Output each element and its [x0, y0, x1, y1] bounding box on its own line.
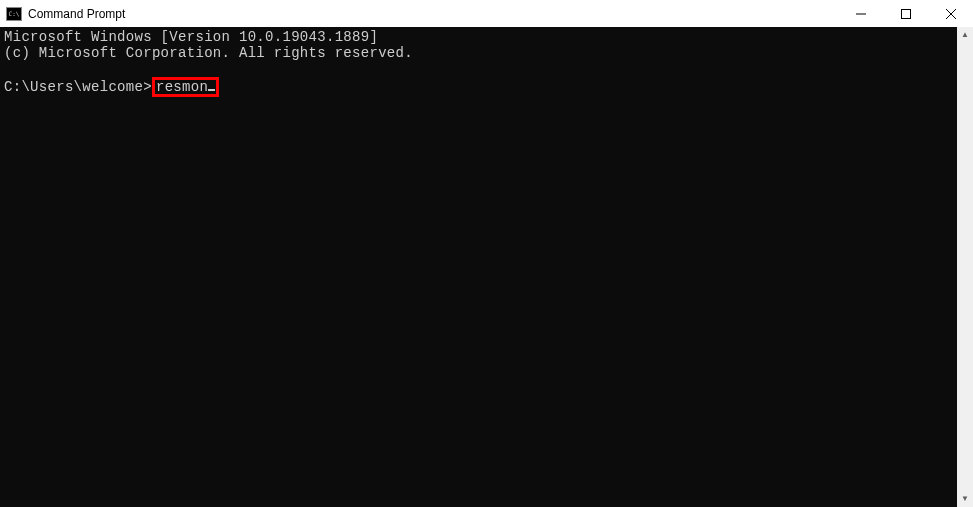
- close-button[interactable]: [928, 0, 973, 27]
- svg-rect-1: [901, 9, 910, 18]
- minimize-icon: [856, 9, 866, 19]
- scroll-down-button[interactable]: ▼: [957, 491, 973, 507]
- window-title: Command Prompt: [28, 7, 125, 21]
- terminal[interactable]: Microsoft Windows [Version 10.0.19043.18…: [0, 27, 973, 507]
- chevron-down-icon: ▼: [961, 495, 969, 503]
- command-highlight: resmon: [152, 77, 219, 97]
- command-text: resmon: [156, 79, 208, 95]
- maximize-icon: [901, 9, 911, 19]
- window-controls: [838, 0, 973, 27]
- scrollbar[interactable]: ▲ ▼: [957, 27, 973, 507]
- cmd-icon-text: C:\: [9, 11, 20, 17]
- minimize-button[interactable]: [838, 0, 883, 27]
- prompt-path: C:\Users\welcome>: [4, 79, 152, 95]
- cmd-icon: C:\: [6, 7, 22, 21]
- maximize-button[interactable]: [883, 0, 928, 27]
- scroll-up-button[interactable]: ▲: [957, 27, 973, 43]
- version-line: Microsoft Windows [Version 10.0.19043.18…: [4, 29, 969, 45]
- copyright-line: (c) Microsoft Corporation. All rights re…: [4, 45, 969, 61]
- scroll-track[interactable]: [957, 43, 973, 491]
- titlebar[interactable]: C:\ Command Prompt: [0, 0, 973, 27]
- cursor: [208, 89, 215, 91]
- chevron-up-icon: ▲: [961, 31, 969, 39]
- prompt-line: C:\Users\welcome>resmon: [4, 77, 969, 97]
- close-icon: [946, 9, 956, 19]
